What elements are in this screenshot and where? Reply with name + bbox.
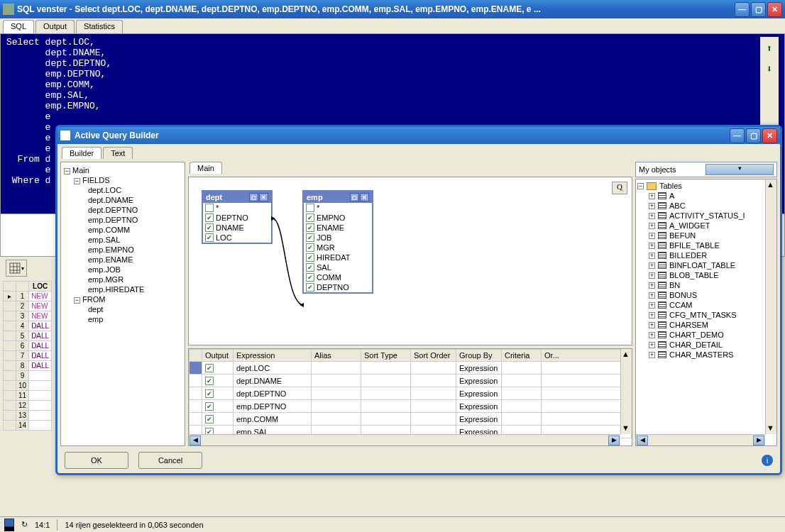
expr-output-checkbox[interactable]: ✔ bbox=[202, 362, 234, 375]
tree-field-item[interactable]: emp.HIREDATE bbox=[64, 284, 182, 294]
cell-loc[interactable]: DALL bbox=[29, 341, 52, 351]
object-table-item[interactable]: +A bbox=[637, 191, 775, 201]
object-table-item[interactable]: +BINFLOAT_TABLE bbox=[637, 260, 775, 270]
dept-col-checkbox[interactable]: ✔ bbox=[205, 223, 214, 232]
close-button[interactable]: ✕ bbox=[767, 2, 782, 17]
expr-or[interactable] bbox=[542, 413, 632, 426]
tree-field-item[interactable]: emp.EMPNO bbox=[64, 245, 182, 255]
tree-from-group[interactable]: −FROM bbox=[64, 294, 182, 304]
expr-criteria[interactable] bbox=[502, 413, 542, 426]
expr-row-selector[interactable] bbox=[190, 400, 202, 413]
tree-field-item[interactable]: dept.DNAME bbox=[64, 195, 182, 205]
ok-button[interactable]: OK bbox=[65, 452, 128, 469]
canvas-tab-main[interactable]: Main bbox=[190, 162, 222, 174]
dept-col-checkbox[interactable]: ✔ bbox=[205, 233, 214, 242]
expr-or[interactable] bbox=[542, 400, 632, 413]
expr-row-selector[interactable] bbox=[190, 387, 202, 400]
emp-close-icon[interactable]: ✕ bbox=[360, 193, 369, 201]
expr-or[interactable] bbox=[542, 362, 632, 375]
emp-col-checkbox[interactable]: ✔ bbox=[306, 223, 314, 232]
col-sortorder[interactable]: Sort Order bbox=[411, 350, 456, 362]
expr-alias[interactable] bbox=[312, 362, 361, 375]
row-selector[interactable]: ▸ bbox=[4, 292, 16, 301]
object-table-item[interactable]: +BEFUN bbox=[637, 231, 775, 240]
tree-field-item[interactable]: emp.DEPTNO bbox=[64, 215, 182, 225]
row-selector[interactable] bbox=[4, 381, 16, 391]
modal-maximize-button[interactable]: ▢ bbox=[746, 128, 761, 143]
tables-root[interactable]: − Tables bbox=[637, 181, 775, 191]
minimize-button[interactable]: — bbox=[735, 2, 750, 17]
objects-hscroll[interactable]: ◀▶ bbox=[636, 434, 765, 445]
info-icon[interactable]: i bbox=[762, 455, 773, 466]
cell-loc[interactable] bbox=[29, 411, 52, 421]
expr-groupby[interactable]: Expression bbox=[456, 400, 502, 413]
cell-loc[interactable] bbox=[29, 381, 52, 391]
expr-alias[interactable] bbox=[312, 375, 361, 387]
fields-tree[interactable]: −Main −FIELDS dept.LOCdept.DNAMEdept.DEP… bbox=[60, 162, 185, 446]
expr-or[interactable] bbox=[542, 387, 632, 400]
emp-col-label[interactable]: JOB bbox=[317, 233, 331, 242]
tree-from-item[interactable]: dept bbox=[64, 304, 182, 314]
row-selector[interactable] bbox=[4, 411, 16, 421]
expr-groupby[interactable]: Expression bbox=[456, 387, 502, 400]
col-sorttype[interactable]: Sort Type bbox=[361, 350, 411, 362]
cell-loc[interactable]: DALL bbox=[29, 331, 52, 341]
canvas-table-dept[interactable]: dept ◻ ✕ * ✔DEPTNO✔DNAME✔LOC bbox=[202, 190, 273, 244]
object-table-item[interactable]: +CFG_MTN_TASKS bbox=[637, 310, 775, 320]
row-selector[interactable] bbox=[4, 401, 16, 411]
expr-output-checkbox[interactable]: ✔ bbox=[202, 375, 234, 387]
maximize-button[interactable]: ▢ bbox=[751, 2, 766, 17]
cell-loc[interactable]: NEW bbox=[29, 301, 52, 311]
expr-row-selector[interactable] bbox=[190, 413, 202, 426]
modal-close-button[interactable]: ✕ bbox=[762, 128, 777, 143]
tree-field-item[interactable]: dept.LOC bbox=[64, 185, 182, 195]
expr-criteria[interactable] bbox=[502, 362, 542, 375]
expr-hscroll[interactable]: ◀▶ bbox=[189, 434, 620, 445]
dept-col-label[interactable]: DEPTNO bbox=[216, 214, 248, 222]
cell-loc[interactable] bbox=[29, 391, 52, 401]
scroll-up-icon[interactable]: ⬆ bbox=[767, 43, 772, 55]
expr-output-checkbox[interactable]: ✔ bbox=[202, 400, 234, 413]
col-alias[interactable]: Alias bbox=[312, 350, 361, 362]
expr-expression[interactable]: emp.COMM bbox=[234, 413, 312, 426]
cell-loc[interactable] bbox=[29, 421, 52, 431]
expr-row-selector[interactable] bbox=[190, 362, 202, 375]
tree-field-item[interactable]: emp.ENAME bbox=[64, 255, 182, 265]
object-table-item[interactable]: +BN bbox=[637, 280, 775, 290]
tree-from-item[interactable]: emp bbox=[64, 314, 182, 324]
row-selector[interactable] bbox=[4, 301, 16, 311]
object-table-item[interactable]: +CHARSEM bbox=[637, 320, 775, 330]
query-canvas[interactable]: Q dept ◻ ✕ * ✔DEPTNO✔DNAME✔LOC emp ◻ bbox=[188, 177, 632, 345]
col-or[interactable]: Or... bbox=[542, 350, 632, 362]
expr-criteria[interactable] bbox=[502, 400, 542, 413]
dept-col-label[interactable]: LOC bbox=[216, 233, 232, 242]
object-table-item[interactable]: +BFILE_TABLE bbox=[637, 240, 775, 250]
canvas-tool-q[interactable]: Q bbox=[612, 182, 627, 194]
object-table-item[interactable]: +BLOB_TABLE bbox=[637, 270, 775, 280]
tree-field-item[interactable]: emp.MGR bbox=[64, 275, 182, 284]
row-selector[interactable] bbox=[4, 421, 16, 431]
tree-fields-group[interactable]: −FIELDS bbox=[64, 175, 182, 185]
col-criteria[interactable]: Criteria bbox=[502, 350, 542, 362]
object-table-item[interactable]: +ACTIVITY_STATUS_I bbox=[637, 211, 775, 221]
emp-col-label[interactable]: ENAME bbox=[317, 223, 344, 232]
tree-field-item[interactable]: dept.DEPTNO bbox=[64, 205, 182, 215]
emp-col-checkbox[interactable]: ✔ bbox=[306, 253, 314, 262]
expr-groupby[interactable]: Expression bbox=[456, 375, 502, 387]
cell-loc[interactable]: DALL bbox=[29, 361, 52, 371]
expr-expression[interactable]: dept.DNAME bbox=[234, 375, 312, 387]
row-selector[interactable] bbox=[4, 351, 16, 361]
dept-restore-icon[interactable]: ◻ bbox=[249, 193, 258, 201]
expr-vscroll[interactable]: ▲▼ bbox=[620, 349, 632, 434]
tree-field-item[interactable]: emp.COMM bbox=[64, 225, 182, 235]
modal-titlebar[interactable]: Active Query Builder — ▢ ✕ bbox=[57, 127, 780, 144]
emp-col-label[interactable]: SAL bbox=[317, 263, 331, 272]
col-header-loc[interactable]: LOC bbox=[29, 282, 52, 292]
emp-col-label[interactable]: MGR bbox=[317, 243, 335, 252]
object-table-item[interactable]: +CCAM bbox=[637, 300, 775, 310]
emp-star-checkbox[interactable] bbox=[306, 204, 314, 212]
objects-tree[interactable]: − Tables +A+ABC+ACTIVITY_STATUS_I+A_WIDG… bbox=[635, 179, 777, 446]
cell-loc[interactable]: DALL bbox=[29, 351, 52, 361]
row-selector[interactable] bbox=[4, 391, 16, 401]
expr-sortorder[interactable] bbox=[411, 375, 456, 387]
